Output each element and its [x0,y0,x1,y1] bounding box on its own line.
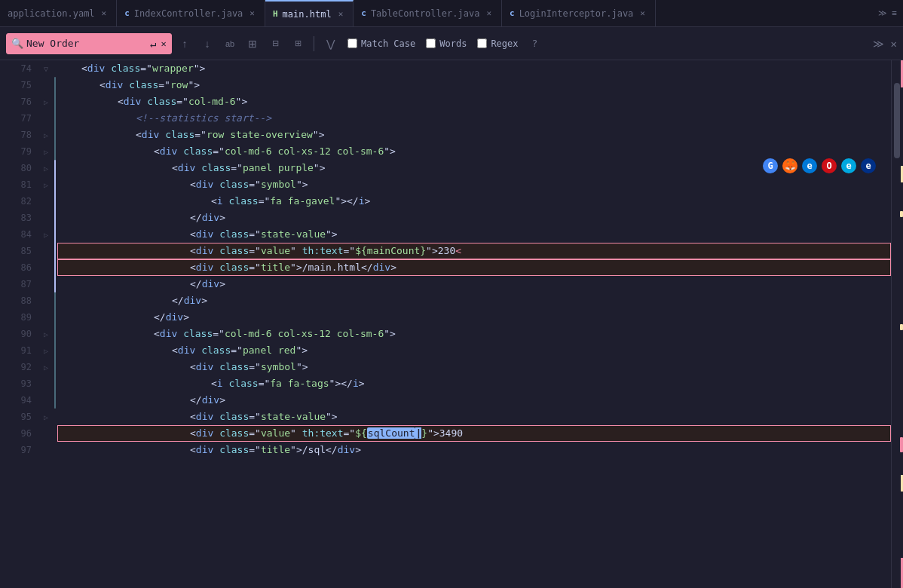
match-case-label: Match Case [361,38,415,49]
browser-icons-toolbar: G 🦊 e O e e [763,158,876,173]
line-num-78: 78 [0,127,39,143]
match-case-option[interactable]: Match Case [347,38,415,49]
indent-accent-teal [54,77,56,409]
line-num-97: 97 [0,442,39,458]
scrollbar-thumb[interactable] [894,83,900,158]
code-line-78: <div class="row state-overview"> [57,127,891,143]
marker-yellow-2 [900,324,903,330]
funnel-button[interactable]: ⋁ [320,34,340,54]
code-line-84: <div class="state-value"> [57,226,891,243]
expand-search-icon[interactable]: ≫ ✕ [873,38,897,50]
code-line-91: <div class="panel red"> [57,342,891,359]
code-line-87: </div> [57,276,891,292]
tab-close-icon[interactable]: ✕ [336,8,346,20]
words-option[interactable]: Words [426,38,467,49]
line-numbers-gutter: 74 75 76 77 78 79 80 81 82 83 84 85 86 8… [0,60,39,588]
tab-label: TableController.java [371,8,480,19]
line-num-89: 89 [0,309,39,326]
line-num-83: 83 [0,210,39,226]
narrow2-button[interactable]: ⊞ [288,34,308,54]
code-line-90: <div class="col-md-6 col-xs-12 col-sm-6"… [57,326,891,342]
html-icon: H [273,9,278,19]
code-line-82: <i class="fa fa-gavel"></i> [57,193,891,210]
chrome-icon[interactable]: G [763,158,778,173]
line-num-74: 74 [0,60,39,77]
enter-icon[interactable]: ↵ [150,38,156,50]
tab-label: IndexController.java [134,8,243,19]
tab-close-icon[interactable]: ✕ [484,8,494,19]
java-icon: c [124,8,130,18]
code-content[interactable]: <div class="wrapper"> <div class="row"> … [57,60,891,588]
line-num-90: 90 [0,326,39,342]
code-line-97: <div class="title">/sql</div> [57,442,891,458]
tab-index-controller[interactable]: c IndexController.java ✕ [117,0,265,27]
narrow2-icon: ⊞ [295,38,302,48]
java-icon: c [361,8,366,18]
help-icon[interactable]: ? [532,38,538,49]
line-num-77: 77 [0,110,39,127]
more-tabs-icon[interactable]: ≫ ≡ [872,8,903,18]
line-num-87: 87 [0,276,39,292]
code-line-92: <div class="symbol"> [57,359,891,375]
narrow-button[interactable]: ⊟ [265,34,285,54]
marker-red [900,437,903,452]
search-bar: 🔍 ↵ ✕ ↑ ↓ ab ⊞ ⊟ ⊞ ⋁ Match Case Words Re… [0,27,903,60]
tab-label: application.yaml [8,8,95,19]
line-num-96: 96 [0,425,39,442]
code-line-81: <div class="symbol"> [57,176,891,193]
tab-close-icon[interactable]: ✕ [99,8,109,19]
edge-icon[interactable]: e [802,158,817,173]
line-num-88: 88 [0,292,39,309]
next-result-button[interactable]: ↓ [197,34,217,54]
tab-table-controller[interactable]: c TableController.java ✕ [354,0,502,27]
clear-search-icon[interactable]: ✕ [161,38,166,49]
tab-close-icon[interactable]: ✕ [247,8,257,19]
tab-close-icon[interactable]: ✕ [638,8,647,19]
regex-checkbox[interactable] [477,38,487,48]
search-input[interactable] [26,38,147,49]
find-word-button[interactable]: ab [220,34,240,54]
firefox-icon[interactable]: 🦊 [782,158,797,173]
line-num-95: 95 [0,409,39,425]
line-num-94: 94 [0,392,39,409]
java-icon: c [510,8,515,18]
code-line-75: <div class="row"> [57,77,891,93]
filter-button[interactable]: ⊞ [243,34,262,54]
opera-icon[interactable]: O [822,158,837,173]
line-num-82: 82 [0,193,39,210]
words-label: Words [439,38,467,49]
words-checkbox[interactable] [426,38,436,48]
search-options: Match Case Words Regex ? [347,38,537,49]
match-case-checkbox[interactable] [347,38,357,48]
line-num-91: 91 [0,342,39,359]
search-divider [314,36,314,51]
browser6-icon[interactable]: e [861,158,876,173]
line-num-92: 92 [0,359,39,375]
tab-application-yaml[interactable]: application.yaml ✕ [0,0,117,27]
line-num-93: 93 [0,375,39,392]
code-line-76: <div class="col-md-6"> [57,93,891,110]
marker-yellow-1 [900,211,903,217]
code-line-79: <div class="col-md-6 col-xs-12 col-sm-6"… [57,143,891,160]
search-icon: 🔍 [11,38,23,49]
code-line-93: <i class="fa fa-tags"></i> [57,375,891,392]
browser5-icon[interactable]: e [841,158,856,173]
scrollbar-track[interactable] [891,60,903,588]
code-line-94: </div> [57,392,891,409]
line-num-85: 85 [0,243,39,259]
line-num-86: 86 [0,259,39,276]
line-num-79: 79 [0,143,39,160]
code-line-89: </div> [57,309,891,326]
line-num-75: 75 [0,77,39,93]
regex-option[interactable]: Regex [477,38,518,49]
prev-result-button[interactable]: ↑ [175,34,194,54]
tab-main-html[interactable]: H main.html ✕ [265,0,354,27]
narrow-icon: ⊟ [272,38,279,48]
code-line-88: </div> [57,292,891,309]
code-line-96: <div class="value" th:text="${sqlCount|}… [57,425,891,442]
tab-bar: application.yaml ✕ c IndexController.jav… [0,0,903,27]
filter-icon: ⊞ [248,38,257,50]
code-line-74: <div class="wrapper"> [57,60,891,77]
line-num-84: 84 [0,226,39,243]
tab-login-interceptor[interactable]: c LoginInterceptor.java ✕ [502,0,656,27]
